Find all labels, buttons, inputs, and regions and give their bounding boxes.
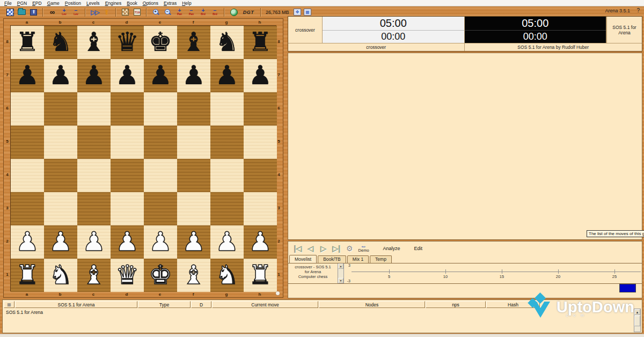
last-move-button[interactable]: ▷| <box>331 244 342 253</box>
square-a2[interactable]: ♟ <box>11 225 44 259</box>
open-button[interactable] <box>17 8 27 17</box>
engine-panel-scrollbar[interactable]: ▲ <box>634 309 641 332</box>
menu-item-pgn[interactable]: PGN <box>14 0 30 6</box>
square-g8[interactable]: ♞ <box>210 26 244 59</box>
square-c6[interactable] <box>77 92 111 126</box>
square-e2[interactable]: ♟ <box>144 225 177 259</box>
demo-toggle[interactable]: ⇔ Demo <box>358 244 369 253</box>
square-f4[interactable] <box>177 159 210 192</box>
square-e7[interactable]: ♟ <box>144 59 177 92</box>
board-plus-button[interactable]: +Brd <box>198 8 208 17</box>
analyze-button[interactable]: Analyze <box>383 246 400 251</box>
engine-column-nps[interactable]: nps <box>426 301 486 308</box>
square-f2[interactable]: ♟ <box>177 225 210 259</box>
first-move-button[interactable]: |◁ <box>292 244 303 253</box>
menu-item-file[interactable]: File <box>2 0 14 6</box>
next-move-button[interactable]: ▷ <box>318 244 329 253</box>
square-h6[interactable] <box>244 92 277 126</box>
menu-item-levels[interactable]: Levels <box>84 0 103 6</box>
board-numbers-button[interactable]: 719 <box>132 8 142 17</box>
square-h2[interactable]: ♟ <box>244 225 277 259</box>
square-a6[interactable] <box>11 92 44 126</box>
engine-column-type[interactable]: Type <box>138 301 191 308</box>
graph-scrollbar[interactable]: ▲ ▼ <box>338 263 344 283</box>
square-c8[interactable]: ♝ <box>77 26 111 59</box>
game-notation-panel[interactable] <box>288 53 642 240</box>
zoom-out-button[interactable]: − <box>163 8 173 17</box>
square-e6[interactable] <box>144 92 177 126</box>
square-f1[interactable]: ♝ <box>177 259 210 292</box>
pane-minus-button[interactable]: −Pan <box>186 8 196 17</box>
square-e1[interactable]: ♚ <box>144 259 177 292</box>
square-c5[interactable] <box>77 126 111 159</box>
square-c1[interactable]: ♝ <box>77 259 111 292</box>
tab-mix-1[interactable]: Mix 1 <box>347 255 369 263</box>
scrollbar-thumb[interactable] <box>634 316 640 326</box>
square-h1[interactable]: ♜ <box>244 259 277 292</box>
square-a4[interactable] <box>11 159 44 192</box>
analyze-infinite-button[interactable]: ∞ <box>47 8 57 17</box>
square-d3[interactable] <box>111 192 144 225</box>
scroll-down-icon[interactable]: ▼ <box>338 278 343 283</box>
square-b4[interactable] <box>44 159 77 192</box>
square-h3[interactable] <box>244 192 277 225</box>
level-plus-button[interactable]: +Lev <box>59 8 69 17</box>
engine-column-d[interactable]: D <box>191 301 211 308</box>
scroll-up-icon[interactable]: ▲ <box>634 309 640 315</box>
gear-icon[interactable]: ⚙ <box>346 244 353 253</box>
save-button[interactable] <box>28 8 39 17</box>
square-c7[interactable]: ♟ <box>77 59 111 92</box>
menu-item-game[interactable]: Game <box>45 0 62 6</box>
help-icon[interactable]: ? <box>636 8 640 13</box>
engine-column-nodes[interactable]: Nodes <box>319 301 425 308</box>
square-a3[interactable] <box>11 192 44 225</box>
square-a8[interactable]: ♜ <box>11 26 44 59</box>
square-e3[interactable] <box>144 192 177 225</box>
engine-column-current-move[interactable]: Current move <box>212 301 318 308</box>
demo-button[interactable]: ▷▷ <box>90 8 100 17</box>
engine-table-corner-icon[interactable]: ▦ <box>4 301 14 308</box>
square-e4[interactable] <box>144 159 177 192</box>
fullscreen-button[interactable]: ✥ <box>292 8 303 17</box>
evaluation-graph-plot[interactable]: 510152025 <box>352 263 642 283</box>
square-f6[interactable] <box>177 92 210 126</box>
square-b2[interactable]: ♟ <box>44 225 77 259</box>
square-f8[interactable]: ♝ <box>177 26 210 59</box>
square-d7[interactable]: ♟ <box>111 59 144 92</box>
previous-move-button[interactable]: ◁ <box>305 244 316 253</box>
square-a5[interactable] <box>11 126 44 159</box>
square-a7[interactable]: ♟ <box>11 59 44 92</box>
square-g3[interactable] <box>210 192 244 225</box>
square-g4[interactable] <box>210 159 244 192</box>
square-b5[interactable] <box>44 126 77 159</box>
square-h4[interactable] <box>244 159 277 192</box>
square-d2[interactable]: ♟ <box>111 225 144 259</box>
square-b1[interactable]: ♞ <box>44 259 77 292</box>
menu-item-book[interactable]: Book <box>124 0 140 6</box>
level-minus-button[interactable]: −Lev <box>71 8 81 17</box>
square-g6[interactable] <box>210 92 244 126</box>
tab-temp[interactable]: Temp <box>370 255 392 263</box>
board-resize-dot[interactable] <box>276 291 280 295</box>
zoom-in-button[interactable]: + <box>151 8 161 17</box>
square-g2[interactable]: ♟ <box>210 225 244 259</box>
board-minus-button[interactable]: −Brd <box>210 8 220 17</box>
square-b6[interactable] <box>44 92 77 126</box>
square-d1[interactable]: ♛ <box>111 259 144 292</box>
square-g7[interactable]: ♟ <box>210 59 244 92</box>
square-e8[interactable]: ♚ <box>144 26 177 59</box>
menu-item-position[interactable]: Position <box>62 0 84 6</box>
tab-book-tb[interactable]: Book/TB <box>318 255 346 263</box>
square-c4[interactable] <box>77 159 111 192</box>
square-d4[interactable] <box>111 159 144 192</box>
pane-plus-button[interactable]: +Pan <box>174 8 185 17</box>
square-h8[interactable]: ♜ <box>244 26 277 59</box>
scroll-up-icon[interactable]: ▲ <box>338 263 343 269</box>
move-now-button[interactable]: ⬆ <box>101 8 112 17</box>
menu-item-help[interactable]: Help <box>179 0 194 6</box>
edit-button[interactable]: Edit <box>414 246 423 251</box>
square-a1[interactable]: ♜ <box>11 259 44 292</box>
square-f7[interactable]: ♟ <box>177 59 210 92</box>
square-d6[interactable] <box>111 92 144 126</box>
board-setup-button[interactable] <box>120 8 130 17</box>
